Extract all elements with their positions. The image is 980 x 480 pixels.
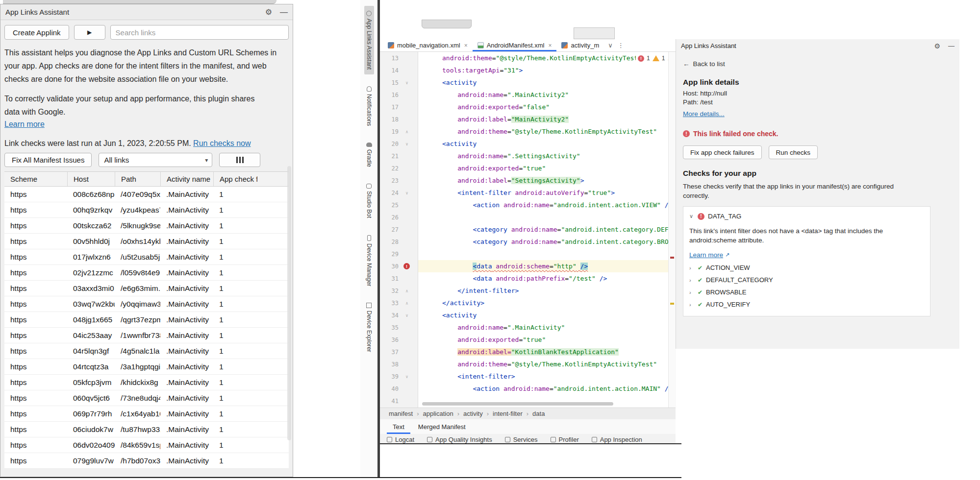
tool-window-button-logcat[interactable]: Logcat bbox=[387, 434, 414, 443]
code-token: <action bbox=[473, 201, 500, 209]
strip-tab-label: Device Manager bbox=[366, 243, 373, 286]
window-edge-fragment bbox=[3, 0, 276, 4]
strip-tab-studio-bot[interactable]: Studio Bot bbox=[364, 179, 374, 223]
error-stripe-mark[interactable] bbox=[670, 257, 674, 259]
column-header-app-check-f-[interactable]: App check f... bbox=[213, 172, 257, 186]
check-row-default_category[interactable]: ›✔DEFAULT_CATEGORY bbox=[689, 276, 923, 284]
fix-all-manifest-issues-button[interactable]: Fix All Manifest Issues bbox=[4, 153, 92, 167]
column-header-activity-name[interactable]: Activity name bbox=[160, 172, 213, 186]
fix-app-check-failures-button[interactable]: Fix app check failures bbox=[683, 145, 762, 159]
left-window-scrollbar[interactable] bbox=[287, 166, 291, 440]
gutter-line: 27 bbox=[380, 223, 418, 236]
column-settings-button[interactable] bbox=[219, 153, 260, 167]
gear-icon[interactable]: ⚙ bbox=[265, 8, 272, 16]
table-row[interactable]: https048jg1x665/qgrt37ezpm.MainActivity1 bbox=[4, 312, 289, 328]
failed-check-row[interactable]: ∨ ! DATA_TAG bbox=[689, 213, 923, 220]
back-to-list-link[interactable]: ← Back to list bbox=[683, 60, 725, 68]
table-row[interactable]: https03wq7w2kbu/y0qqimaw3s.MainActivity1 bbox=[4, 296, 289, 312]
table-cell: .MainActivity bbox=[160, 441, 213, 450]
gear-icon[interactable]: ⚙ bbox=[934, 43, 940, 49]
gutter-line: 32∧ bbox=[380, 285, 418, 297]
fold-marker[interactable]: ∧ bbox=[399, 288, 415, 293]
column-header-host[interactable]: Host bbox=[67, 172, 115, 186]
run-button[interactable]: ▶ bbox=[74, 25, 105, 40]
fold-marker[interactable]: ∨ bbox=[399, 374, 415, 379]
tool-window-button-app-quality-insights[interactable]: App Quality Insights bbox=[427, 434, 492, 443]
minimize-icon[interactable]: — bbox=[948, 43, 955, 49]
fold-marker[interactable]: ∨ bbox=[399, 80, 415, 85]
table-row[interactable]: https05kfcp3jvm/khidckix8g.MainActivity1 bbox=[4, 375, 289, 390]
table-row[interactable]: https04r5lqn3gf/4g5nalc1la.MainActivity1 bbox=[4, 343, 289, 359]
horizontal-scrollbar[interactable] bbox=[422, 402, 613, 406]
table-cell: 1 bbox=[213, 441, 257, 450]
strip-tab-gradle[interactable]: Gradle bbox=[364, 138, 374, 172]
table-row[interactable]: https00hq9zrkqv/yzu4kpeas7.MainActivity1 bbox=[4, 202, 289, 218]
code-token: <intent-filter> bbox=[457, 373, 515, 380]
editor-tab-mobile-navigation-xml[interactable]: mobile_navigation.xml× bbox=[383, 39, 473, 51]
bottom-tab-merged-manifest[interactable]: Merged Manifest bbox=[412, 419, 472, 434]
breadcrumb-item-manifest[interactable]: manifest bbox=[389, 410, 413, 417]
check-row-auto_verify[interactable]: ›✔AUTO_VERIFY bbox=[689, 301, 923, 308]
fold-marker[interactable]: ∨ bbox=[399, 191, 415, 195]
table-row[interactable]: https008c6z68np/407e09q5x0.MainActivity1 bbox=[4, 187, 289, 202]
editor-code-area[interactable]: android:theme="@style/Theme.KotlinEmptyA… bbox=[418, 52, 668, 408]
check-row-action_view[interactable]: ›✔ACTION_VIEW bbox=[689, 264, 923, 271]
table-row[interactable]: https04rtcqtz3a/3a1hgptqgi.MainActivity1 bbox=[4, 359, 289, 375]
warning-stripe-mark[interactable] bbox=[670, 303, 674, 305]
check-row-browsable[interactable]: ›✔BROWSABLE bbox=[689, 288, 923, 296]
strip-tab-notifications[interactable]: Notifications bbox=[364, 81, 374, 131]
table-row[interactable]: https06dv02o409/84k659v1sp.MainActivity1 bbox=[4, 437, 289, 453]
strip-tab-app-links-assistant[interactable]: App Links Assistant bbox=[364, 6, 374, 74]
create-applink-button[interactable]: Create Applink bbox=[4, 25, 69, 40]
checks-description: These checks verify that the app links i… bbox=[683, 182, 953, 200]
table-cell: 1 bbox=[213, 362, 257, 371]
table-row[interactable]: https04ic253aay/1wwnfbr738.MainActivity1 bbox=[4, 328, 289, 343]
fold-marker[interactable]: ∨ bbox=[399, 313, 415, 318]
table-row[interactable]: https06ciudok7w/tu87hwp33z.MainActivity1 bbox=[4, 422, 289, 437]
table-row[interactable]: https00v5hhld0j/o0xhs14ykb.MainActivity1 bbox=[4, 234, 289, 249]
code-editor[interactable]: 131415∨16171819∧20∨21222324∨252627282930… bbox=[380, 52, 668, 408]
tab-list-icon[interactable]: ∨ bbox=[608, 42, 613, 49]
more-details-link[interactable]: More details... bbox=[683, 110, 725, 118]
code-token: = bbox=[503, 324, 507, 331]
bottom-tab-text[interactable]: Text bbox=[387, 419, 410, 434]
fold-marker[interactable]: ∧ bbox=[399, 129, 415, 134]
run-checks-button[interactable]: Run checks bbox=[769, 145, 818, 159]
error-stripe[interactable] bbox=[668, 52, 676, 408]
tool-window-button-app-inspection[interactable]: App Inspection bbox=[592, 434, 642, 443]
breadcrumb-item-data[interactable]: data bbox=[532, 410, 545, 417]
column-header-path[interactable]: Path bbox=[115, 172, 160, 186]
table-cell: .MainActivity bbox=[160, 425, 213, 434]
fold-marker[interactable]: ∨ bbox=[399, 142, 415, 146]
search-input[interactable] bbox=[110, 25, 289, 40]
learn-more-link[interactable]: Learn more bbox=[4, 120, 45, 129]
editor-tab-activity-m[interactable]: activity_m bbox=[556, 39, 604, 51]
links-filter-dropdown[interactable]: All links ▾ bbox=[99, 153, 212, 167]
table-row[interactable]: https060qv5jct6/73ne8udqj4.MainActivity1 bbox=[4, 390, 289, 406]
error-gutter-icon[interactable]: ! bbox=[403, 263, 410, 269]
breadcrumb-item-activity[interactable]: activity bbox=[463, 410, 483, 417]
close-icon[interactable]: × bbox=[464, 42, 468, 49]
table-row[interactable]: https069p7r79rh/c1x64yab10.MainActivity1 bbox=[4, 406, 289, 422]
table-row[interactable]: https079g9luv7w/h7bd07ox3y.MainActivity1 bbox=[4, 453, 289, 469]
table-row[interactable]: https017jwlxzn6/u5t2usab5j.MainActivity1 bbox=[4, 249, 289, 265]
table-row[interactable]: https00tskcza62/5lknugk9se.MainActivity1 bbox=[4, 218, 289, 234]
column-header-scheme[interactable]: Scheme bbox=[4, 172, 67, 186]
strip-tab-device-manager[interactable]: Device Manager bbox=[364, 230, 374, 291]
learn-more-link[interactable]: Learn more bbox=[689, 251, 723, 259]
run-checks-now-link[interactable]: Run checks now bbox=[193, 139, 251, 147]
code-token: "SettingsActivity" bbox=[511, 177, 580, 184]
close-icon[interactable]: × bbox=[548, 42, 552, 49]
tool-window-button-services[interactable]: Services bbox=[505, 434, 538, 443]
fold-marker[interactable]: ∧ bbox=[399, 301, 415, 306]
table-row[interactable]: https02jv21zzmc/l059v8t4e9.MainActivity1 bbox=[4, 265, 289, 281]
breadcrumb-item-application[interactable]: application bbox=[423, 410, 453, 417]
strip-tab-device-explorer[interactable]: Device Explorer bbox=[364, 298, 374, 357]
breadcrumb-item-intent-filter[interactable]: intent-filter bbox=[493, 410, 523, 417]
editor-tab-androidmanifest-xml[interactable]: AndroidManifest.xml× bbox=[473, 39, 557, 51]
overflow-menu-icon[interactable]: ⋮ bbox=[618, 42, 624, 49]
gutter-line: 16 bbox=[380, 89, 418, 101]
tool-window-button-profiler[interactable]: Profiler bbox=[551, 434, 579, 443]
table-row[interactable]: https03axxd3mi0/e6g63mim....MainActivity… bbox=[4, 281, 289, 296]
minimize-icon[interactable]: — bbox=[280, 8, 288, 16]
